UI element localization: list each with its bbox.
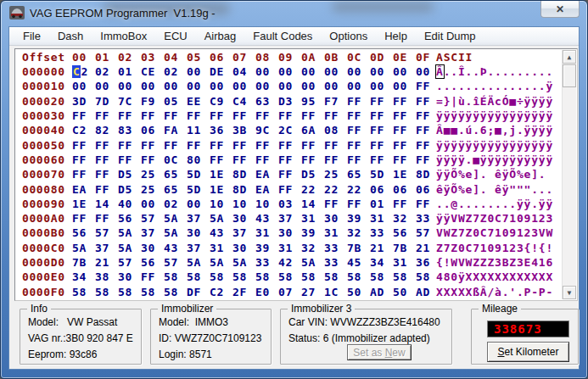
hex-byte-cell[interactable]: FF: [347, 109, 370, 122]
hex-byte-cell[interactable]: 58: [301, 270, 324, 283]
hex-byte-cell[interactable]: 00: [118, 80, 141, 92]
hex-byte-cell[interactable]: 5A: [187, 256, 210, 269]
set-as-new-button[interactable]: Set as New: [347, 344, 412, 360]
hex-byte-cell[interactable]: FF: [95, 183, 118, 196]
ascii-cell[interactable]: ..@........ÿÿ.ÿÿ: [436, 198, 553, 210]
hex-byte-cell[interactable]: 21: [95, 256, 118, 269]
close-button[interactable]: ✕: [540, 1, 580, 18]
hex-byte-cell[interactable]: 32: [301, 242, 324, 254]
menu-item-airbag[interactable]: Airbag: [196, 28, 245, 44]
hex-byte-cell[interactable]: 63: [255, 95, 278, 108]
hex-byte-cell[interactable]: FF: [95, 168, 118, 181]
hex-byte-cell[interactable]: 33: [255, 256, 278, 269]
hex-byte-cell[interactable]: 7B: [72, 256, 95, 269]
hex-byte-cell[interactable]: 58: [393, 270, 416, 283]
ascii-cell[interactable]: 480ÿXXXXXXXXXXXX: [436, 270, 553, 283]
hex-byte-cell[interactable]: 31: [255, 226, 278, 239]
hex-byte-cell[interactable]: 43: [164, 242, 187, 254]
hex-byte-cell[interactable]: 8D: [232, 168, 255, 181]
hex-byte-cell[interactable]: C2: [210, 286, 232, 298]
hex-byte-cell[interactable]: DF: [187, 286, 210, 298]
hex-byte-cell[interactable]: 34: [370, 256, 393, 269]
hex-byte-cell[interactable]: 5A: [118, 226, 141, 239]
hex-byte-cell[interactable]: 00: [370, 80, 393, 92]
hex-byte-cell[interactable]: 08: [324, 124, 347, 137]
hex-byte-cell[interactable]: FF: [210, 109, 232, 122]
scroll-up-icon[interactable]: ▲: [563, 50, 576, 64]
hex-byte-cell[interactable]: FF: [141, 109, 164, 122]
hex-byte-cell[interactable]: 37: [95, 242, 118, 254]
hex-byte-cell[interactable]: 56: [393, 226, 416, 239]
hex-byte-cell[interactable]: FF: [393, 124, 416, 137]
hex-byte-cell[interactable]: 00: [347, 80, 370, 92]
hex-byte-cell[interactable]: 06: [416, 183, 439, 196]
hex-byte-cell[interactable]: 39: [255, 242, 278, 254]
hex-byte-cell[interactable]: 30: [118, 270, 141, 283]
ascii-cell[interactable]: ÿÿÿÿ.■ÿÿÿÿÿÿÿÿÿÿ: [436, 153, 553, 166]
hex-byte-cell[interactable]: 31: [210, 242, 232, 254]
hex-byte-cell[interactable]: 00: [232, 80, 255, 92]
hex-byte-cell[interactable]: FF: [393, 95, 416, 108]
hex-byte-cell[interactable]: 5A: [72, 242, 95, 254]
hex-byte-cell[interactable]: 3B: [232, 124, 255, 137]
hex-byte-cell[interactable]: D5: [301, 168, 324, 181]
hex-byte-cell[interactable]: 5A: [164, 212, 187, 225]
hex-byte-cell[interactable]: 58: [278, 270, 301, 283]
hex-byte-cell[interactable]: EE: [187, 95, 210, 108]
hex-byte-cell[interactable]: 37: [278, 212, 301, 225]
menu-item-immobox[interactable]: ImmoBox: [92, 28, 155, 44]
hex-byte-cell[interactable]: 25: [141, 168, 164, 181]
hex-byte-cell[interactable]: 10: [255, 198, 278, 210]
hex-byte-cell[interactable]: 56: [118, 212, 141, 225]
hex-byte-cell[interactable]: FF: [393, 109, 416, 122]
titlebar[interactable]: VAG EEPROM Programmer V1.19g - ✕: [1, 1, 587, 26]
hex-byte-cell[interactable]: 25: [141, 183, 164, 196]
hex-byte-cell[interactable]: 00: [301, 80, 324, 92]
hex-byte-cell[interactable]: 00: [210, 80, 232, 92]
hex-byte-cell[interactable]: FF: [301, 139, 324, 152]
hex-byte-cell[interactable]: FF: [187, 139, 210, 152]
hex-byte-cell[interactable]: FF: [141, 153, 164, 166]
hex-byte-cell[interactable]: 06: [370, 183, 393, 196]
hex-byte-cell[interactable]: 65: [164, 168, 187, 181]
hex-byte-cell[interactable]: 00: [187, 80, 210, 92]
hex-byte-cell[interactable]: 58: [347, 270, 370, 283]
hex-byte-cell[interactable]: 32: [393, 212, 416, 225]
hex-byte-cell[interactable]: 00: [164, 80, 187, 92]
hex-byte-cell[interactable]: FF: [324, 153, 347, 166]
hex-byte-cell[interactable]: 3D: [72, 95, 95, 108]
menu-item-file[interactable]: File: [14, 28, 49, 44]
hex-byte-cell[interactable]: 57: [141, 212, 164, 225]
hex-byte-cell[interactable]: 04: [232, 65, 255, 78]
hex-byte-cell[interactable]: FF: [301, 109, 324, 122]
hex-byte-cell[interactable]: 06: [393, 183, 416, 196]
hex-byte-cell[interactable]: FF: [210, 139, 232, 152]
hex-byte-cell[interactable]: 58: [72, 286, 95, 298]
hex-byte-cell[interactable]: 31: [301, 212, 324, 225]
hex-byte-cell[interactable]: FA: [164, 124, 187, 137]
hex-byte-cell[interactable]: 00: [141, 198, 164, 210]
ascii-cell[interactable]: {!WVWZZZ3BZ3E416: [436, 256, 553, 269]
hex-byte-cell[interactable]: FF: [347, 153, 370, 166]
hex-content[interactable]: Offset000102030405060708090A0B0C0D0E0FAS…: [15, 49, 577, 299]
hex-byte-cell[interactable]: 27: [301, 286, 324, 298]
hex-byte-cell[interactable]: 37: [141, 226, 164, 239]
hex-byte-cell[interactable]: FF: [278, 109, 301, 122]
scroll-down-icon[interactable]: ▼: [563, 286, 576, 299]
hex-byte-cell[interactable]: 58: [187, 270, 210, 283]
hex-byte-cell[interactable]: 5A: [210, 212, 232, 225]
hex-byte-cell[interactable]: FF: [393, 198, 416, 210]
hex-byte-cell[interactable]: FF: [370, 124, 393, 137]
hex-byte-cell[interactable]: 02: [164, 65, 187, 78]
hex-byte-cell[interactable]: 22: [301, 183, 324, 196]
hex-byte-cell[interactable]: FF: [164, 109, 187, 122]
menu-item-dash[interactable]: Dash: [49, 28, 92, 44]
hex-byte-cell[interactable]: 95: [301, 95, 324, 108]
hex-byte-cell[interactable]: 00: [72, 80, 95, 92]
hex-byte-cell[interactable]: 1E: [393, 168, 416, 181]
hex-byte-cell[interactable]: C9: [210, 95, 232, 108]
hex-byte-cell[interactable]: FF: [370, 153, 393, 166]
hex-byte-cell[interactable]: 7B: [393, 242, 416, 254]
hex-byte-cell[interactable]: 00: [278, 65, 301, 78]
hex-byte-cell[interactable]: CE: [141, 65, 164, 78]
